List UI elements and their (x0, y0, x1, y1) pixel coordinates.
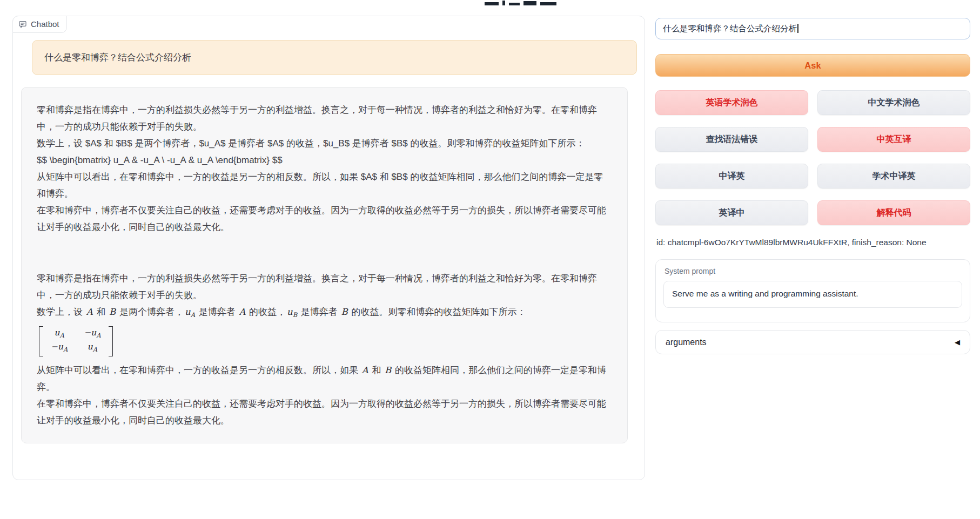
payoff-matrix: uA−uA−uAuA (37, 323, 612, 362)
bot-message-bubble: 零和博弈是指在博弈中，一方的利益损失必然等于另一方的利益增益。换言之，对于每一种… (21, 87, 628, 443)
bot-paragraph: 从矩阵中可以看出，在零和博弈中，一方的收益是另一方的相反数。所以，如果 A 和 … (37, 362, 612, 395)
bot-paragraph: 零和博弈是指在博弈中，一方的利益损失必然等于另一方的利益增益。换言之，对于每一种… (37, 102, 612, 135)
zh-en-mutual-translate-button[interactable]: 中英互译 (817, 127, 970, 152)
ask-button[interactable]: Ask (655, 54, 970, 77)
en-to-zh-button[interactable]: 英译中 (655, 200, 808, 225)
arguments-accordion[interactable]: arguments ◀ (655, 330, 970, 354)
bot-paragraph: 数学上，设 A 和 B 是两个博弈者，uA 是博弈者 A 的收益，uB 是博弈者… (37, 304, 612, 323)
system-prompt-label: System prompt (664, 267, 962, 275)
chat-messages: 什么是零和博弈？结合公式介绍分析 零和博弈是指在博弈中，一方的利益损失必然等于另… (13, 16, 645, 480)
system-prompt-group: System prompt Serve me as a writing and … (655, 259, 970, 322)
chat-bubble-icon (18, 20, 27, 29)
bot-paragraph: 数学上，设 $A$ 和 $B$ 是两个博弈者，$u_A$ 是博弈者 $A$ 的收… (37, 135, 612, 152)
bot-message-content: 零和博弈是指在博弈中，一方的利益损失必然等于另一方的利益增益。换言之，对于每一种… (37, 102, 612, 429)
chatbot-panel: Chatbot 什么是零和博弈？结合公式介绍分析 零和博弈是指在博弈中，一方的利… (12, 16, 645, 480)
english-academic-polish-button[interactable]: 英语学术润色 (655, 90, 808, 115)
question-input-value: 什么是零和博弈？结合公式介绍分析 (663, 24, 797, 33)
user-message-bubble: 什么是零和博弈？结合公式介绍分析 (32, 40, 637, 75)
bot-paragraph: 零和博弈是指在博弈中，一方的利益损失必然等于另一方的利益增益。换言之，对于每一种… (37, 270, 612, 304)
chatbot-label: Chatbot (12, 16, 67, 33)
arguments-accordion-label: arguments (666, 338, 707, 347)
system-prompt-value: Serve me as a writing and programming as… (672, 289, 858, 298)
chinese-academic-polish-button[interactable]: 中文学术润色 (817, 90, 970, 115)
bot-paragraph: $$ \begin{bmatrix} u_A & -u_A \ -u_A & u… (37, 152, 612, 168)
paragraph-gap (37, 235, 612, 270)
question-input[interactable]: 什么是零和博弈？结合公式介绍分析 (655, 18, 970, 39)
system-prompt-input[interactable]: Serve me as a writing and programming as… (663, 281, 962, 308)
chatbot-label-text: Chatbot (31, 19, 59, 29)
explain-code-button[interactable]: 解释代码 (817, 200, 970, 225)
bot-paragraph: 从矩阵中可以看出，在零和博弈中，一方的收益是另一方的相反数。所以，如果 $A$ … (37, 168, 612, 202)
user-message-text: 什么是零和博弈？结合公式介绍分析 (44, 52, 191, 63)
text-caret-icon (797, 24, 798, 33)
academic-zh-to-en-button[interactable]: 学术中译英 (817, 164, 970, 188)
bot-paragraph: 在零和博弈中，博弈者不仅要关注自己的收益，还需要考虑对手的收益。因为一方取得的收… (37, 202, 612, 235)
bot-paragraph: 在零和博弈中，博弈者不仅要关注自己的收益，还需要考虑对手的收益。因为一方取得的收… (37, 395, 612, 429)
collapse-arrow-icon: ◀ (955, 339, 960, 346)
quick-action-grid: 英语学术润色 中文学术润色 查找语法错误 中英互译 中译英 学术中译英 英译中 … (655, 90, 970, 225)
app-page: Chatbot 什么是零和博弈？结合公式介绍分析 零和博弈是指在博弈中，一方的利… (0, 0, 980, 519)
find-grammar-errors-button[interactable]: 查找语法错误 (655, 127, 808, 152)
zh-to-en-button[interactable]: 中译英 (655, 164, 808, 188)
completion-status-line: id: chatcmpl-6wOo7KrYTwMl89lbrMWRu4UkFFX… (656, 238, 971, 247)
clipped-page-title (485, 0, 560, 5)
